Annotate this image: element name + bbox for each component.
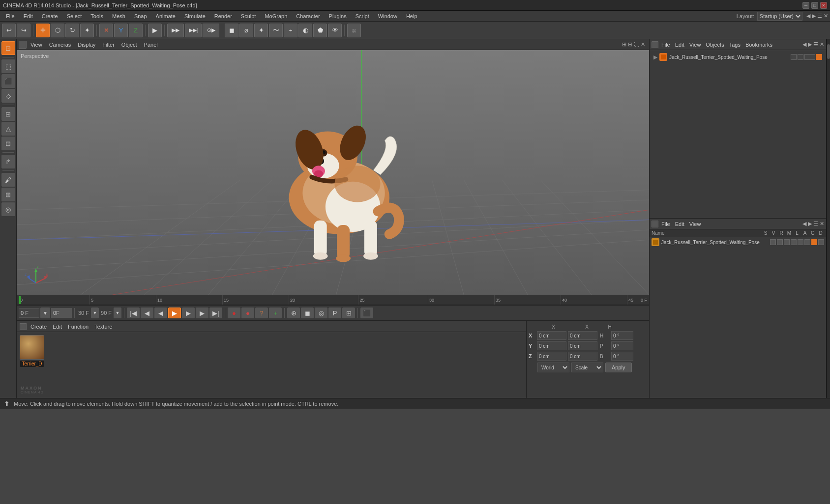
r-menu-bookmarks[interactable]: Bookmarks <box>743 41 774 49</box>
move-tool[interactable]: ⊞ <box>1 107 15 121</box>
attr-icon-l[interactable] <box>798 239 803 245</box>
anim-play-button[interactable]: ▶▶ <box>167 24 184 37</box>
frame-display[interactable] <box>51 308 72 318</box>
vp-menu-filter[interactable]: Filter <box>99 41 117 49</box>
scene-obj-vis[interactable] <box>791 54 797 60</box>
scrollbar-thumb[interactable] <box>827 44 830 59</box>
frame-step-down[interactable]: ▼ <box>40 308 50 318</box>
vp-menu-icon[interactable] <box>19 41 27 49</box>
object-tool-button[interactable]: ✦ <box>80 24 94 37</box>
poly-tool[interactable]: ◇ <box>1 89 15 103</box>
menu-create[interactable]: Create <box>38 12 62 20</box>
r-menu-edit1[interactable]: Edit <box>673 41 686 49</box>
menu-plugins[interactable]: Plugins <box>325 12 351 20</box>
scene-obj-color[interactable] <box>816 54 822 60</box>
attr-icon-s[interactable] <box>770 239 776 245</box>
record-btn[interactable]: ● <box>228 308 240 318</box>
attr-icon-d[interactable] <box>818 239 824 245</box>
r-menu-file1[interactable]: File <box>659 41 672 49</box>
record-rot[interactable]: ? <box>255 308 268 318</box>
attr-icon-color[interactable] <box>811 239 817 245</box>
attr-icon-r[interactable] <box>784 239 790 245</box>
vp-menu-view[interactable]: View <box>28 41 45 49</box>
mat-menu-create[interactable]: Create <box>29 323 49 331</box>
coord-world-dropdown[interactable]: World Object <box>537 363 569 372</box>
rotate-tool[interactable]: ↱ <box>1 155 15 168</box>
vp-menu-cameras[interactable]: Cameras <box>46 41 74 49</box>
coord-y-pos[interactable] <box>537 341 566 350</box>
y-axis-button[interactable]: Y <box>114 24 128 37</box>
scene-obj-extra[interactable] <box>804 54 815 60</box>
menu-mesh[interactable]: Mesh <box>108 12 129 20</box>
cancel-button[interactable]: ✕ <box>99 24 113 37</box>
menu-file[interactable]: File <box>2 12 19 20</box>
vp-menu-panel[interactable]: Panel <box>141 41 161 49</box>
deform-button[interactable]: ⌁ <box>284 24 297 37</box>
r-menu-objects[interactable]: Objects <box>704 41 726 49</box>
binocular-button[interactable]: 👁 <box>328 24 342 37</box>
mesh-tool[interactable]: ⬛ <box>1 74 15 88</box>
current-frame-input[interactable] <box>19 308 39 318</box>
sphere-tool[interactable]: ◎ <box>1 202 15 216</box>
go-to-end[interactable]: ▶| <box>209 308 222 318</box>
light-button[interactable]: ◐ <box>298 24 312 37</box>
layout-dropdown[interactable]: Startup (User) <box>757 12 802 21</box>
brush-tool[interactable]: 🖌 <box>1 173 15 187</box>
step-forward2[interactable]: ▶ <box>196 308 208 318</box>
camera-button[interactable]: ⬟ <box>313 24 327 37</box>
r-menu-file2[interactable]: File <box>659 220 672 228</box>
spline-button[interactable]: 〜 <box>269 24 283 37</box>
menu-select[interactable]: Select <box>63 12 86 20</box>
mat-menu-texture[interactable]: Texture <box>92 323 114 331</box>
maximize-button[interactable]: □ <box>811 2 818 9</box>
menu-animate[interactable]: Animate <box>152 12 179 20</box>
right-scrollbar[interactable] <box>826 39 830 398</box>
r-menu-edit2[interactable]: Edit <box>673 220 686 228</box>
go-to-start[interactable]: |◀ <box>127 308 140 318</box>
coord-x-pos[interactable] <box>537 331 566 340</box>
scene-object-row[interactable]: ▶ Jack_Russell_Terrier_Spotted_Waiting_P… <box>652 52 824 62</box>
nurbs-button[interactable]: ⌀ <box>239 24 253 37</box>
attr-object-row[interactable]: Jack_Russell_Terrier_Spotted_Waiting_Pos… <box>650 237 826 247</box>
r-menu-tags[interactable]: Tags <box>727 41 742 49</box>
mat-menu-function[interactable]: Function <box>66 323 90 331</box>
scene-obj-render[interactable] <box>798 54 803 60</box>
apply-button[interactable]: Apply <box>605 363 632 372</box>
menu-simulate[interactable]: Simulate <box>180 12 209 20</box>
attr-icon-m[interactable] <box>791 239 797 245</box>
cube-button[interactable]: ◼ <box>225 24 238 37</box>
render-region-button[interactable]: ▶ <box>148 24 162 37</box>
coord-z-pos[interactable] <box>537 352 566 361</box>
coord-x-rot[interactable] <box>611 331 633 340</box>
z-axis-button[interactable]: Z <box>129 24 143 37</box>
material-item-terrier[interactable]: Terrier_D <box>20 335 44 367</box>
keyframe-btn1[interactable]: ⊕ <box>287 308 300 318</box>
step-back2[interactable]: ◀ <box>154 308 167 318</box>
anim-record-button[interactable]: ▶▶| <box>185 24 202 37</box>
menu-edit[interactable]: Edit <box>20 12 37 20</box>
menu-tools[interactable]: Tools <box>87 12 107 20</box>
keyframe-btn3[interactable]: ◎ <box>315 308 327 318</box>
move-tool-button[interactable]: ✛ <box>36 24 50 37</box>
mat-menu-edit[interactable]: Edit <box>51 323 64 331</box>
timeline-playhead[interactable] <box>19 296 21 304</box>
scale-tool-button[interactable]: ⬡ <box>51 24 64 37</box>
coord-z-rot[interactable] <box>611 352 633 361</box>
coord-scale-dropdown[interactable]: Scale Size <box>571 363 603 372</box>
fps-step-down[interactable]: ▼ <box>91 308 99 318</box>
record-scale[interactable]: + <box>269 308 282 318</box>
grid-tool[interactable]: ⊞ <box>1 188 15 201</box>
record-pos[interactable]: ● <box>241 308 254 318</box>
end-frame-step[interactable]: ▼ <box>114 308 121 318</box>
menu-mograph[interactable]: MoGraph <box>261 12 291 20</box>
timeline-options[interactable]: ⬛ <box>360 308 373 318</box>
menu-window[interactable]: Window <box>374 12 401 20</box>
vp-menu-object[interactable]: Object <box>119 41 140 49</box>
minimize-button[interactable]: ─ <box>802 2 809 9</box>
keyframe-btn2[interactable]: ◼ <box>301 308 314 318</box>
keyframe-btn5[interactable]: ⊞ <box>342 308 355 318</box>
attr-icon-v[interactable] <box>777 239 783 245</box>
poly-button[interactable]: ✦ <box>254 24 268 37</box>
coord-y-size[interactable] <box>568 341 597 350</box>
pyramid-tool[interactable]: △ <box>1 122 15 136</box>
